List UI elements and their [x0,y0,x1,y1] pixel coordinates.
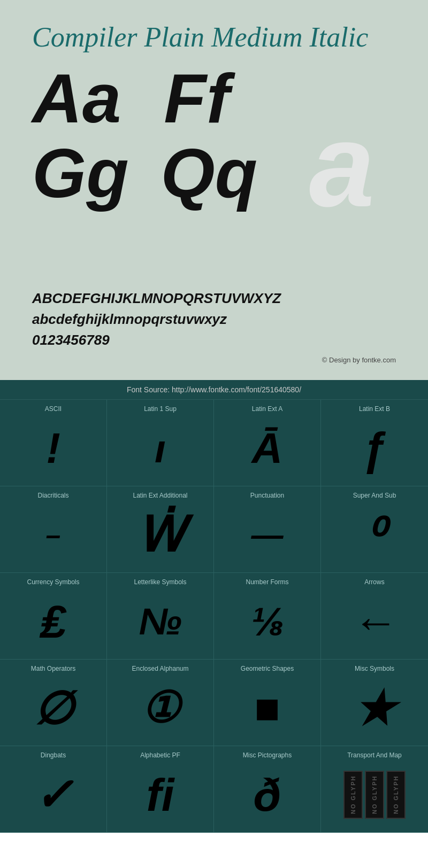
letter-g: g [86,138,128,208]
letter-A: A [32,64,82,133]
glyph-latinexta: Latin Ext A Ā [214,400,321,486]
glyph-mathops: Math Operators ∅ [0,660,107,746]
glyph-numberforms: Number Forms ⅛ [214,573,321,660]
font-title: Compiler Plain Medium Italic [32,21,396,53]
letter-F: F [164,64,206,133]
glyph-grid: ASCII ! Latin 1 Sup ı Latin Ext A Ā Lati… [0,400,428,833]
glyph-punctuation: Punctuation — [214,486,321,573]
glyph-latinextadd: Latin Ext Additional Ẇ [107,486,214,573]
glyphs-section: Font Source: http://www.fontke.com/font/… [0,380,428,833]
no-glyph-1: NO GLYPH [343,771,363,819]
glyph-alphabeticpf: Alphabetic PF ﬁ [107,746,214,833]
letter-a: a [82,64,121,133]
glyph-transport: Transport And Map NO GLYPH NO GLYPH NO G… [321,746,428,833]
preview-section: Compiler Plain Medium Italic a A a F f G… [0,0,428,380]
glyph-currency: Currency Symbols ₤ [0,573,107,660]
alphabet-upper: ABCDEFGHIJKLMNOPQRSTUVWXYZ abcdefghijklm… [32,288,396,351]
glyph-ascii: ASCII ! [0,400,107,486]
glyph-miscpicto: Misc Pictographs ð [214,746,321,833]
glyph-miscsymbols: Misc Symbols ★ [321,660,428,746]
glyph-geoshapes: Geometric Shapes ■ [214,660,321,746]
glyph-superandsub: Super And Sub ⁰ [321,486,428,573]
letter-q: q [215,138,257,208]
no-glyph-3: NO GLYPH [386,771,406,819]
font-source: Font Source: http://www.fontke.com/font/… [0,380,428,400]
no-glyph-2: NO GLYPH [365,771,384,819]
glyph-enclosedal: Enclosed Alphanum ① [107,660,214,746]
letter-Q: Q [161,138,215,208]
glyph-diacriticals: Diacriticals – [0,486,107,573]
glyph-dingbats: Dingbats ✓ [0,746,107,833]
no-glyph-row: NO GLYPH NO GLYPH NO GLYPH [343,765,406,824]
glyph-latinextb: Latin Ext B ƒ [321,400,428,486]
glyph-arrows: Arrows ← [321,573,428,660]
letter-f: f [207,64,230,133]
letter-G: G [32,138,86,208]
glyph-latin1sup: Latin 1 Sup ı [107,400,214,486]
glyph-letterlike: Letterlike Symbols № [107,573,214,660]
copyright: © Design by fontke.com [32,356,396,364]
